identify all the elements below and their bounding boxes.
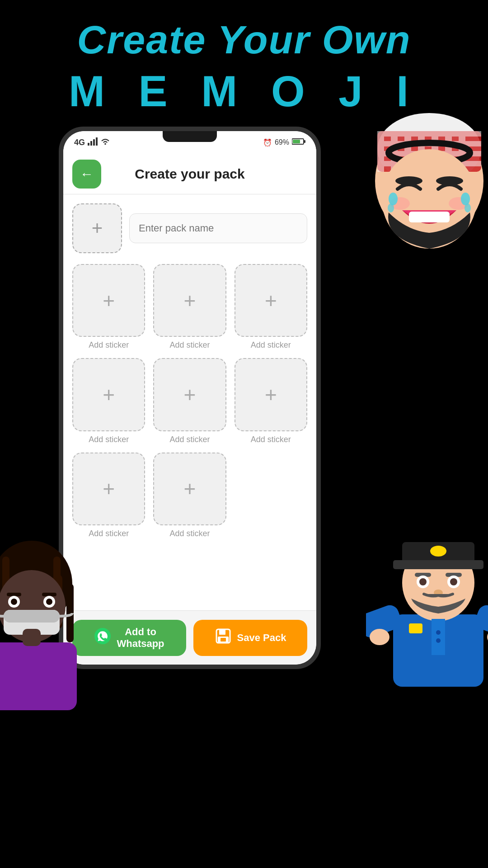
svg-rect-3 xyxy=(377,131,384,172)
save-pack-label: Save Pack xyxy=(237,632,286,644)
svg-point-44 xyxy=(370,629,389,645)
svg-point-17 xyxy=(436,176,463,185)
wifi-icon xyxy=(100,137,110,148)
svg-point-37 xyxy=(419,578,427,585)
svg-rect-33 xyxy=(415,573,431,577)
svg-rect-12 xyxy=(377,151,481,156)
add-sticker-icon-7: + xyxy=(103,476,115,501)
svg-rect-27 xyxy=(473,603,488,640)
sticker-slot-2[interactable]: + Add sticker xyxy=(153,264,226,350)
back-arrow-icon: ← xyxy=(80,166,94,182)
svg-point-43 xyxy=(436,638,441,643)
svg-rect-65 xyxy=(23,629,41,646)
svg-rect-28 xyxy=(427,601,450,619)
network-indicator: 4G xyxy=(74,138,85,147)
sticker-label-5: Add sticker xyxy=(169,435,210,444)
svg-rect-75 xyxy=(219,629,225,635)
back-button[interactable]: ← xyxy=(72,160,101,189)
svg-point-60 xyxy=(46,599,52,605)
add-sticker-icon-4: + xyxy=(103,382,115,407)
svg-point-24 xyxy=(465,203,471,212)
svg-rect-13 xyxy=(377,161,481,166)
svg-point-23 xyxy=(461,193,470,205)
sticker-label-3: Add sticker xyxy=(251,340,291,350)
add-sticker-icon-8: + xyxy=(184,476,196,501)
svg-rect-50 xyxy=(2,557,9,602)
scroll-content[interactable]: + + Add sticker + Add sticker xyxy=(63,194,316,610)
svg-point-58 xyxy=(43,596,55,608)
svg-point-0 xyxy=(375,122,483,240)
phone-device: 4G ⏰ xyxy=(59,127,321,669)
sticker-label-1: Add sticker xyxy=(89,340,129,350)
bottom-bar: Add toWhatsapp Save Pack xyxy=(63,610,316,665)
phone-screen: 4G ⏰ xyxy=(63,131,316,665)
sticker-box-3[interactable]: + xyxy=(235,264,307,337)
sticker-label-8: Add sticker xyxy=(169,529,210,538)
svg-point-19 xyxy=(449,197,469,210)
svg-rect-66 xyxy=(88,143,89,146)
svg-rect-55 xyxy=(7,593,21,596)
svg-rect-2 xyxy=(377,131,481,172)
sticker-box-4[interactable]: + xyxy=(72,358,145,431)
sticker-slot-3[interactable]: + Add sticker xyxy=(235,264,307,350)
svg-point-1 xyxy=(377,113,481,185)
sticker-label-6: Add sticker xyxy=(251,435,291,444)
sticker-box-6[interactable]: + xyxy=(235,358,307,431)
sticker-box-5[interactable]: + xyxy=(153,358,226,431)
save-pack-button[interactable]: Save Pack xyxy=(193,620,307,656)
svg-rect-56 xyxy=(42,593,56,596)
alarm-icon: ⏰ xyxy=(263,138,272,147)
add-sticker-icon-2: + xyxy=(184,288,196,313)
svg-point-57 xyxy=(8,596,20,608)
sticker-slot-6[interactable]: + Add sticker xyxy=(235,358,307,444)
svg-point-39 xyxy=(434,590,443,596)
svg-point-42 xyxy=(436,630,441,635)
svg-rect-69 xyxy=(96,137,98,146)
svg-rect-4 xyxy=(391,131,398,172)
sticker-grid: + Add sticker + Add sticker + Add sticke… xyxy=(72,264,307,547)
sticker-box-2[interactable]: + xyxy=(153,264,226,337)
svg-rect-8 xyxy=(445,131,452,172)
phone-notch xyxy=(163,131,217,142)
top-bar: ← Create your pack xyxy=(63,154,316,194)
svg-point-21 xyxy=(389,193,398,205)
add-sticker-icon-5: + xyxy=(184,382,196,407)
svg-rect-25 xyxy=(393,614,483,687)
add-whatsapp-label: Add toWhatsapp xyxy=(117,626,164,650)
svg-rect-62 xyxy=(4,610,60,623)
sticker-box-1[interactable]: + xyxy=(72,264,145,337)
svg-rect-7 xyxy=(432,131,438,172)
page-title: Create your pack xyxy=(101,166,278,182)
sticker-slot-1[interactable]: + Add sticker xyxy=(72,264,145,350)
sticker-label-2: Add sticker xyxy=(169,340,210,350)
svg-point-36 xyxy=(447,576,460,588)
hero-line2: M E M O J I xyxy=(0,66,488,116)
svg-rect-11 xyxy=(377,141,481,146)
pack-icon-button[interactable]: + xyxy=(72,203,122,253)
sticker-box-7[interactable]: + xyxy=(72,453,145,525)
sticker-label-7: Add sticker xyxy=(89,529,129,538)
svg-point-15 xyxy=(382,149,477,249)
add-to-whatsapp-button[interactable]: Add toWhatsapp xyxy=(72,620,186,656)
svg-point-35 xyxy=(417,576,429,588)
svg-point-16 xyxy=(395,176,422,185)
pack-header-row: + xyxy=(72,203,307,253)
sticker-slot-8[interactable]: + Add sticker xyxy=(153,453,226,538)
police-man-emoji xyxy=(366,515,488,714)
svg-rect-26 xyxy=(366,603,404,640)
status-left: 4G xyxy=(74,137,110,148)
svg-point-59 xyxy=(11,599,17,605)
sticker-slot-4[interactable]: + Add sticker xyxy=(72,358,145,444)
status-right: ⏰ 69% xyxy=(263,138,305,147)
sticker-slot-5[interactable]: + Add sticker xyxy=(153,358,226,444)
svg-point-22 xyxy=(388,203,394,212)
svg-point-29 xyxy=(402,544,474,621)
battery-level: 69% xyxy=(275,138,289,146)
sticker-label-4: Add sticker xyxy=(89,435,129,444)
arab-man-emoji xyxy=(361,108,488,272)
pack-name-input[interactable] xyxy=(129,213,307,243)
svg-rect-40 xyxy=(432,619,445,655)
svg-rect-10 xyxy=(377,131,481,137)
sticker-box-8[interactable]: + xyxy=(153,453,226,525)
sticker-slot-7[interactable]: + Add sticker xyxy=(72,453,145,538)
